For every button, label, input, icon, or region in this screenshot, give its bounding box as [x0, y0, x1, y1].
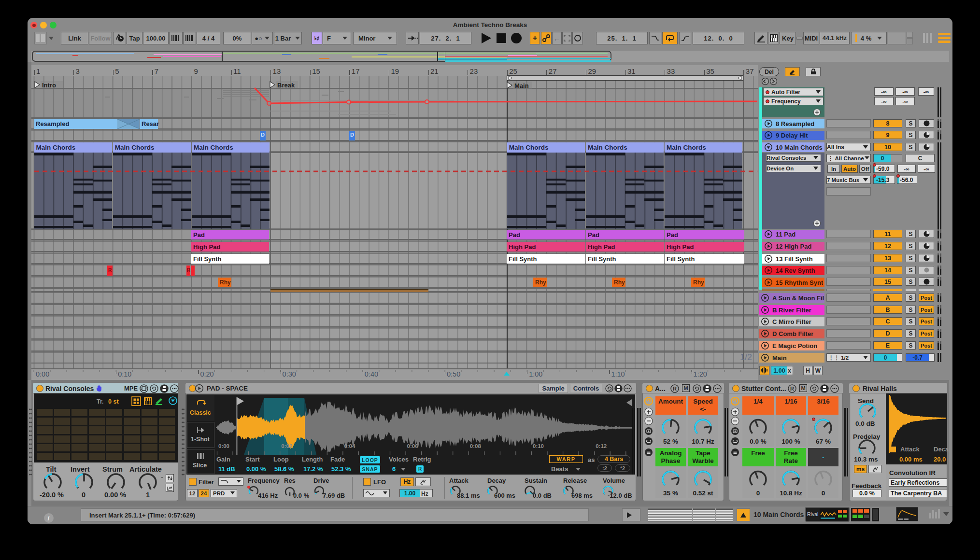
svg-text:i: i [48, 515, 50, 522]
